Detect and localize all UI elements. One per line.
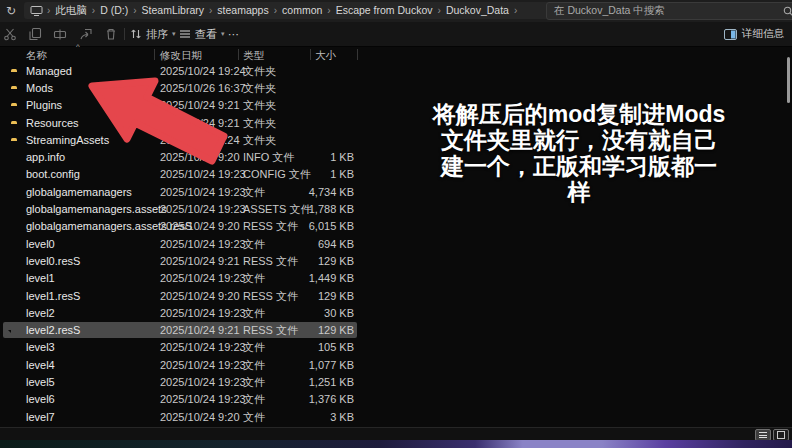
file-size: 30 KB: [296, 307, 354, 319]
file-type: 文件夹: [243, 63, 276, 78]
list-view-icon: [759, 432, 767, 438]
column-header-size[interactable]: 大小: [315, 49, 336, 63]
copy-icon[interactable]: [27, 26, 43, 42]
file-name: globalgamemanagers: [26, 186, 132, 198]
this-pc-icon: [30, 5, 43, 17]
sort-label: 排序: [146, 27, 168, 42]
file-row[interactable]: level42025/10/24 19:23文件1,077 KB: [0, 356, 792, 373]
breadcrumb[interactable]: ›此电脑›D (D:)›SteamLibrary›steamapps›commo…: [24, 2, 550, 19]
file-type: 文件夹: [243, 132, 276, 147]
view-label: 查看: [195, 27, 217, 42]
file-row[interactable]: level52025/10/24 19:23文件1,251 KB: [0, 373, 792, 390]
file-date: 2025/10/24 9:20: [160, 151, 240, 163]
folder-row[interactable]: Mods2025/10/26 16:37文件夹: [0, 79, 792, 96]
file-row[interactable]: level0.resS2025/10/24 9:21RESS 文件129 KB: [0, 252, 792, 269]
thumbnail-view-icon: [777, 431, 785, 439]
file-size: 6,015 KB: [296, 220, 354, 232]
file-date: 2025/10/24 9:21: [160, 324, 240, 336]
file-type: 文件: [243, 340, 265, 355]
column-divider[interactable]: [357, 49, 358, 60]
file-row[interactable]: level32025/10/24 19:23文件105 KB: [0, 339, 792, 356]
file-row[interactable]: level02025/10/24 19:23文件694 KB: [0, 235, 792, 252]
file-size: 4,734 KB: [296, 186, 354, 198]
breadcrumb-item[interactable]: Duckov_Data: [443, 4, 512, 16]
column-divider[interactable]: [238, 49, 239, 60]
details-pane-toggle[interactable]: 详细信息: [724, 25, 784, 43]
breadcrumb-separator-icon: ›: [436, 5, 443, 16]
file-type: RESS 文件: [243, 323, 298, 338]
file-type: INFO 文件: [243, 150, 294, 165]
breadcrumb-item[interactable]: common: [279, 4, 325, 16]
file-row[interactable]: level72025/10/24 9:20文件3 KB: [0, 408, 792, 425]
file-row[interactable]: level62025/10/24 19:23文件1,376 KB: [0, 391, 792, 408]
file-date: 2025/10/24 19:23: [160, 393, 246, 405]
file-date: 2025/10/24 19:23: [160, 341, 246, 353]
file-size: 129 KB: [296, 290, 354, 302]
file-size: 1,376 KB: [296, 393, 354, 405]
file-row[interactable]: level2.resS2025/10/24 9:21RESS 文件129 KB: [0, 321, 792, 338]
file-name: level2.resS: [26, 324, 80, 336]
file-name: Managed: [26, 65, 72, 77]
file-size: 3 KB: [296, 411, 354, 423]
file-date: 2025/10/24 9:21: [160, 255, 240, 267]
file-date: 2025/10/24 9:21: [160, 99, 240, 111]
column-divider[interactable]: [310, 49, 311, 60]
search-input[interactable]: 在 Duckov_Data 中搜索: [546, 2, 792, 20]
desktop-wallpaper-strip: [0, 440, 792, 448]
file-date: 2025/10/24 9:20: [160, 220, 240, 232]
file-name: level1: [26, 272, 55, 284]
chevron-down-icon: ▾: [221, 30, 225, 38]
command-toolbar: 排序 ▾ 查看 ▾ ⋯ 详细信息: [0, 22, 792, 47]
file-row[interactable]: globalgamemanagers.assets.resS2025/10/24…: [0, 218, 792, 235]
sort-button[interactable]: 排序 ▾: [130, 25, 176, 43]
file-row[interactable]: level1.resS2025/10/24 9:20RESS 文件129 KB: [0, 287, 792, 304]
status-bar: [0, 427, 792, 441]
toolbar-divider: [124, 28, 125, 40]
file-date: 2025/10/24 9:20: [160, 290, 240, 302]
file-size: 1,788 KB: [296, 203, 354, 215]
file-size: 694 KB: [296, 238, 354, 250]
breadcrumb-item[interactable]: steamapps: [214, 4, 271, 16]
cut-icon[interactable]: [2, 26, 18, 42]
sort-icon: [130, 28, 142, 40]
file-size: 1,251 KB: [296, 376, 354, 388]
file-name: level5: [26, 376, 55, 388]
vertical-scrollbar[interactable]: [787, 57, 790, 103]
file-name: app.info: [26, 151, 65, 163]
file-date: 2025/10/24 9:21: [160, 117, 240, 129]
file-date: 2025/10/24 19:23: [160, 238, 246, 250]
breadcrumb-item[interactable]: Escape from Duckov: [333, 4, 436, 16]
file-date: 2025/10/24 19:23: [160, 203, 246, 215]
annotation-line: 样: [366, 179, 792, 205]
column-header-type[interactable]: 类型: [243, 49, 264, 63]
column-header-date[interactable]: 修改日期: [160, 49, 202, 63]
file-row[interactable]: level12025/10/24 19:23文件1,449 KB: [0, 270, 792, 287]
file-name: level6: [26, 393, 55, 405]
folder-row[interactable]: Managed2025/10/24 19:24文件夹: [0, 62, 792, 79]
column-divider[interactable]: [154, 49, 155, 60]
file-date: 2025/10/24 9:24: [160, 134, 240, 146]
view-button[interactable]: 查看 ▾: [179, 25, 225, 43]
delete-icon[interactable]: [103, 26, 119, 42]
file-row[interactable]: level22025/10/24 19:23文件30 KB: [0, 304, 792, 321]
share-icon[interactable]: [78, 26, 94, 42]
file-date: 2025/10/24 19:23: [160, 307, 246, 319]
search-icon[interactable]: [783, 6, 792, 17]
search-placeholder: 在 Duckov_Data 中搜索: [554, 4, 783, 18]
file-type: 文件夹: [243, 80, 276, 95]
breadcrumb-item[interactable]: 此电脑: [52, 4, 90, 16]
file-name: boot.config: [26, 168, 80, 180]
breadcrumb-item[interactable]: SteamLibrary: [139, 4, 207, 16]
more-options-button[interactable]: ⋯: [228, 25, 239, 43]
chevron-down-icon: ▾: [172, 30, 176, 38]
column-header-name[interactable]: 名称: [26, 49, 47, 63]
file-type: 文件: [243, 184, 265, 199]
refresh-icon[interactable]: ↻: [3, 3, 19, 19]
file-size: 1 KB: [296, 168, 354, 180]
file-name: level3: [26, 341, 55, 353]
rename-icon[interactable]: [52, 26, 68, 42]
address-bar: ↻ ›此电脑›D (D:)›SteamLibrary›steamapps›com…: [0, 0, 792, 22]
file-name: level7: [26, 411, 55, 423]
breadcrumb-item[interactable]: D (D:): [97, 4, 131, 16]
details-pane-label: 详细信息: [742, 27, 784, 41]
